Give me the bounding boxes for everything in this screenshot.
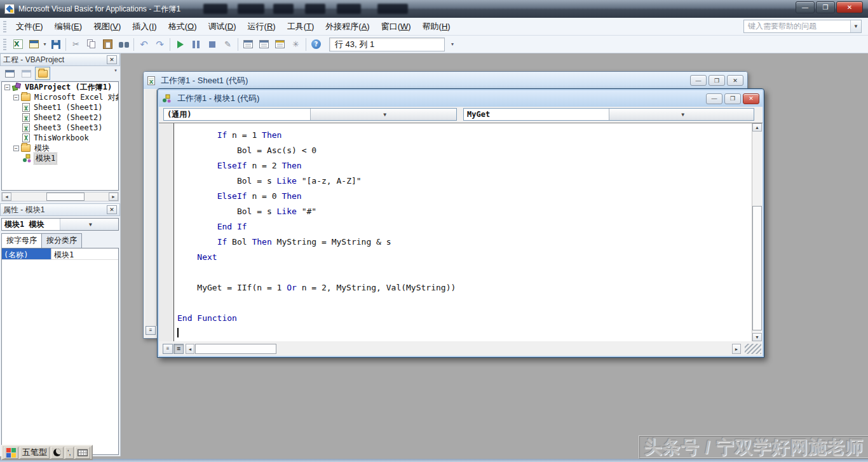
scroll-left-icon[interactable]: ◄	[186, 344, 194, 354]
moon-icon[interactable]	[51, 447, 64, 459]
scrollbar-thumb[interactable]	[195, 344, 276, 354]
menu-item-窗口[interactable]: 窗口(W)	[376, 18, 417, 35]
menu-item-文件[interactable]: 文件(F)	[10, 18, 49, 35]
menu-item-插入[interactable]: 插入(I)	[126, 18, 162, 35]
close-icon[interactable]: ✕	[107, 205, 117, 214]
design-mode-button[interactable]: ✎	[220, 37, 236, 51]
expander-icon[interactable]: −	[4, 85, 10, 90]
tree-item-Microsoft[interactable]: −Microsoft Excel 对象	[2, 92, 118, 102]
close-icon[interactable]: ✕	[107, 55, 117, 64]
toolbar-grip[interactable]	[3, 39, 6, 50]
menu-item-视图[interactable]: 视图(V)	[88, 18, 126, 35]
minimize-button[interactable]: —	[690, 75, 707, 86]
restore-button[interactable]: ❐	[724, 93, 741, 104]
chevron-down-icon[interactable]: ▼	[850, 20, 861, 32]
code-line[interactable]: Bol = s Like "#"	[177, 204, 752, 219]
code-line[interactable]: Bol = s Like "[a-z, A-Z]"	[177, 173, 752, 189]
expander-icon[interactable]: −	[13, 95, 19, 100]
menu-item-帮助[interactable]: 帮助(H)	[417, 18, 456, 35]
restore-button[interactable]: ❐	[709, 75, 725, 86]
code-line[interactable]	[177, 265, 752, 280]
help-button[interactable]: ?	[309, 37, 324, 51]
soft-keyboard-icon[interactable]	[75, 447, 90, 459]
procedure-view-button[interactable]: ≡	[163, 344, 173, 354]
view-object-button[interactable]	[18, 67, 34, 80]
object-browser-button[interactable]	[273, 37, 288, 51]
view-excel-button[interactable]: X	[11, 37, 26, 51]
menu-item-调试[interactable]: 调试(D)	[202, 18, 241, 35]
property-name-cell[interactable]: (名称)	[2, 248, 51, 259]
help-search-box[interactable]: 键入需要帮助的问题 ▼	[743, 20, 862, 33]
tree-item-VBAProject[interactable]: −VBAProject (工作簿1)	[2, 82, 118, 92]
ime-logo-icon[interactable]	[4, 447, 18, 459]
full-module-view-button[interactable]: ≣	[173, 344, 184, 354]
break-button[interactable]	[189, 37, 204, 51]
code-caret-line[interactable]	[177, 326, 752, 341]
scroll-right-icon[interactable]: ►	[732, 344, 741, 354]
toolbar-overflow-chevron-icon[interactable]: ▾	[449, 41, 456, 47]
tree-item-模块[interactable]: −模块	[2, 143, 118, 153]
view-code-button[interactable]	[2, 67, 17, 80]
sheet1-window-titlebar[interactable]: X 工作簿1 - Sheet1 (代码) — ❐ ✕	[144, 72, 747, 89]
toggle-folders-button[interactable]	[35, 67, 50, 80]
code-line[interactable]: If Bol Then MyString = MyString & s	[177, 234, 752, 250]
chevron-down-icon[interactable]: ▼	[310, 109, 457, 120]
run-button[interactable]	[173, 37, 188, 51]
restore-button[interactable]: ❐	[816, 1, 835, 13]
code-line[interactable]: End If	[177, 219, 752, 234]
code-line[interactable]	[177, 296, 752, 311]
chevron-down-icon[interactable]: ▼	[609, 109, 754, 120]
code-line[interactable]: If n = 1 Then	[177, 128, 752, 143]
code-line[interactable]: MyGet = IIf(n = 1 Or n = 2, MyString, Va…	[177, 280, 752, 296]
procedure-dropdown[interactable]: MyGet ▼	[463, 108, 754, 121]
scroll-right-icon[interactable]: ►	[109, 193, 118, 201]
insert-userform-button[interactable]	[27, 37, 42, 51]
menu-item-运行[interactable]: 运行(R)	[242, 18, 281, 35]
menu-item-编辑[interactable]: 编辑(E)	[49, 18, 88, 35]
scrollbar-thumb[interactable]	[752, 206, 762, 330]
object-dropdown[interactable]: (通用) ▼	[163, 108, 457, 121]
toolbox-button[interactable]: ✳	[288, 37, 304, 51]
module1-window-titlebar[interactable]: 工作簿1 - 模块1 (代码) — ❐ ✕	[159, 90, 763, 107]
reset-button[interactable]	[205, 37, 220, 51]
chevron-down-icon[interactable]: ▼	[60, 219, 118, 230]
property-value-cell[interactable]: 模块1	[51, 248, 118, 259]
scrollbar-thumb[interactable]	[46, 193, 85, 201]
tab-categorized[interactable]: 按分类序	[41, 233, 82, 248]
tree-item-ThisWorkbook[interactable]: XThisWorkbook	[2, 133, 118, 143]
code-line[interactable]: Next	[177, 250, 752, 265]
margin-indicator-bar[interactable]	[159, 123, 174, 341]
menu-grip[interactable]	[3, 21, 6, 32]
code-text-area[interactable]: If n = 1 Then Bol = Asc(s) < 0 ElseIf n …	[175, 123, 752, 341]
save-button[interactable]	[48, 37, 64, 51]
resize-grip[interactable]	[745, 344, 761, 354]
menu-item-格式[interactable]: 格式(O)	[163, 18, 203, 35]
horizontal-scrollbar[interactable]: ◄ ►	[186, 344, 741, 354]
redo-button[interactable]: ↷	[153, 37, 168, 51]
code-line[interactable]: Bol = Asc(s) < 0	[177, 143, 752, 158]
properties-object-selector[interactable]: 模块1 模块 ▼	[1, 218, 119, 231]
menu-item-工具[interactable]: 工具(T)	[281, 18, 320, 35]
properties-window-button[interactable]	[257, 37, 272, 51]
project-explorer-button[interactable]	[241, 37, 256, 51]
menu-item-外接程序[interactable]: 外接程序(A)	[320, 18, 375, 35]
panel-overflow-chevron-icon[interactable]: ▾	[112, 68, 119, 73]
tree-item-模块1[interactable]: 模块1	[2, 153, 118, 163]
cut-button[interactable]: ✂	[69, 37, 84, 51]
procedure-view-button[interactable]: ≡	[146, 326, 156, 335]
minimize-button[interactable]: —	[796, 1, 815, 13]
code-line[interactable]: ElseIf n = 2 Then	[177, 158, 752, 173]
tree-item-Sheet1[interactable]: XSheet1 (Sheet1)	[2, 102, 118, 112]
ime-mode-button[interactable]: 五笔型	[20, 447, 50, 459]
find-button[interactable]	[116, 37, 132, 51]
vertical-scrollbar[interactable]: ▲ ▼	[752, 123, 763, 341]
code-line[interactable]: ElseIf n = 0 Then	[177, 189, 752, 204]
punctuation-toggle-button[interactable]: ’,	[65, 447, 74, 459]
close-button[interactable]: ✕	[743, 93, 759, 104]
paste-button[interactable]	[100, 37, 116, 51]
property-row[interactable]: (名称) 模块1	[2, 248, 118, 260]
close-button[interactable]: ✕	[836, 1, 863, 13]
tree-item-Sheet3[interactable]: XSheet3 (Sheet3)	[2, 123, 118, 133]
code-line[interactable]: End Function	[177, 311, 752, 326]
scroll-left-icon[interactable]: ◄	[2, 193, 11, 201]
